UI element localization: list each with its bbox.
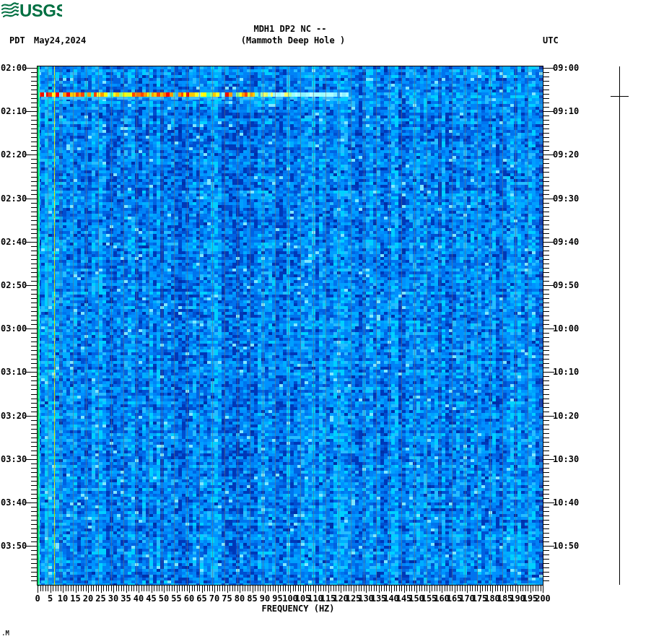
- right-time-tick-label: 10:50: [553, 541, 585, 551]
- right-time-tick-label: 09:20: [553, 149, 585, 160]
- timezone-left-label: PDT: [9, 35, 25, 45]
- station-title: MDH1 DP2 NC --: [253, 24, 326, 34]
- left-time-tick-label: 02:50: [1, 280, 30, 290]
- date-label: May24,2024: [34, 35, 86, 45]
- left-time-tick-label: 03:10: [1, 367, 30, 377]
- right-time-tick-label: 09:00: [553, 63, 585, 73]
- left-time-tick-label: 02:40: [1, 237, 30, 247]
- right-time-tick-label: 09:30: [553, 193, 585, 204]
- usgs-logo: USGS: [1, 1, 62, 19]
- left-time-tick-label: 03:30: [1, 454, 30, 464]
- right-time-tick-label: 10:00: [553, 323, 585, 334]
- frequency-tick-label: 200: [527, 593, 559, 603]
- right-time-tick-label: 10:40: [553, 497, 585, 508]
- right-time-tick-label: 09:40: [553, 237, 585, 247]
- left-time-tick-label: 03:40: [1, 497, 30, 508]
- footer-mark: .M: [1, 630, 9, 637]
- right-time-tick-label: 09:50: [553, 280, 585, 290]
- right-time-tick-label: 10:20: [553, 411, 585, 421]
- left-time-tick-label: 02:20: [1, 149, 30, 160]
- left-time-tick-label: 02:10: [1, 106, 30, 116]
- right-time-tick-label: 10:30: [553, 454, 585, 464]
- timezone-right-label: UTC: [543, 35, 559, 45]
- usgs-wave-icon: [2, 3, 18, 17]
- left-time-tick-label: 03:00: [1, 323, 30, 334]
- right-time-tick-label: 09:10: [553, 106, 585, 116]
- left-time-tick-label: 02:00: [1, 63, 30, 73]
- left-time-tick-label: 02:30: [1, 193, 30, 204]
- usgs-logo-text: USGS: [19, 1, 62, 19]
- left-time-tick-label: 03:20: [1, 411, 30, 421]
- left-time-tick-label: 03:50: [1, 541, 30, 551]
- x-axis-title: FREQUENCY (HZ): [248, 604, 349, 614]
- station-subtitle: (Mammoth Deep Hole ): [241, 35, 346, 45]
- right-time-tick-label: 10:10: [553, 367, 585, 377]
